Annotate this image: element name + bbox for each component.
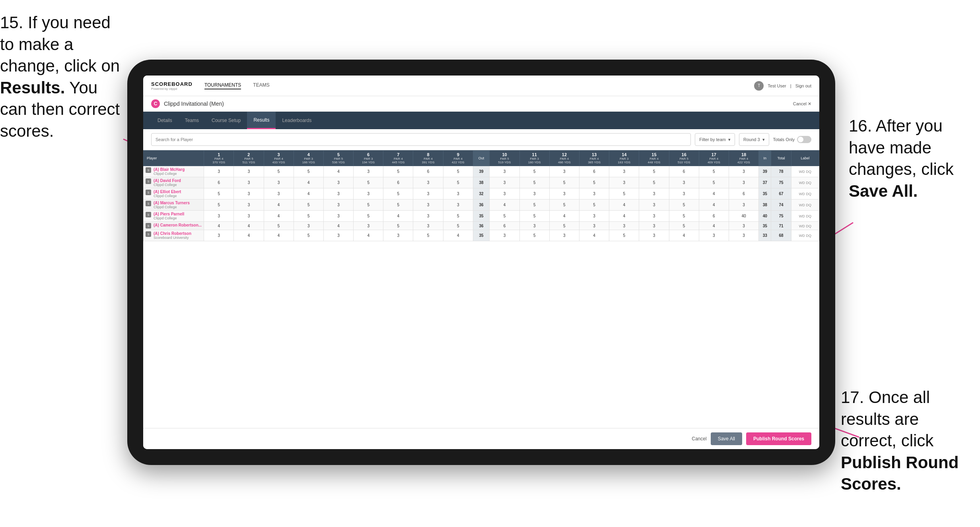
hole-12-score[interactable]: 5 (549, 200, 579, 211)
hole-12-score[interactable]: 3 (549, 166, 579, 177)
hole-9-score[interactable]: 5 (443, 177, 473, 188)
publish-round-scores-button[interactable]: Publish Round Scores (746, 432, 811, 445)
hole-17-score[interactable]: 4 (699, 200, 729, 211)
hole-17-score[interactable]: 4 (699, 222, 729, 230)
hole-6-score[interactable]: 5 (354, 177, 383, 188)
hole-2-score[interactable]: 3 (234, 200, 264, 211)
hole-4-score[interactable]: 5 (294, 211, 323, 222)
hole-18-score[interactable]: 3 (729, 166, 758, 177)
hole-5-score[interactable]: 3 (323, 200, 353, 211)
hole-3-score[interactable]: 5 (264, 166, 294, 177)
hole-12-score[interactable]: 3 (549, 188, 579, 200)
hole-9-score[interactable]: 5 (443, 211, 473, 222)
dq-label[interactable]: DQ (806, 170, 811, 174)
nav-teams[interactable]: TEAMS (253, 82, 269, 89)
hole-16-score[interactable]: 5 (669, 200, 699, 211)
hole-18-score[interactable]: 3 (729, 177, 758, 188)
hole-1-score[interactable]: 5 (204, 188, 234, 200)
hole-13-score[interactable]: 6 (579, 166, 609, 177)
hole-13-score[interactable]: 4 (579, 230, 609, 241)
hole-15-score[interactable]: 3 (639, 222, 669, 230)
hole-9-score[interactable]: 3 (443, 188, 473, 200)
hole-2-score[interactable]: 3 (234, 188, 264, 200)
cancel-button-footer[interactable]: Cancel (692, 436, 706, 442)
hole-17-score[interactable]: 4 (699, 188, 729, 200)
dq-label[interactable]: DQ (806, 214, 811, 218)
hole-8-score[interactable]: 3 (413, 188, 443, 200)
hole-8-score[interactable]: 3 (413, 211, 443, 222)
hole-3-score[interactable]: 3 (264, 188, 294, 200)
wd-label[interactable]: WD (799, 170, 805, 174)
hole-13-score[interactable]: 5 (579, 200, 609, 211)
hole-16-score[interactable]: 5 (669, 211, 699, 222)
hole-10-score[interactable]: 5 (490, 211, 519, 222)
hole-2-score[interactable]: 3 (234, 166, 264, 177)
wd-label[interactable]: WD (799, 234, 805, 238)
hole-17-score[interactable]: 6 (699, 211, 729, 222)
nav-tournaments[interactable]: TOURNAMENTS (204, 82, 241, 89)
hole-6-score[interactable]: 3 (354, 166, 383, 177)
totals-only-toggle[interactable] (797, 136, 811, 143)
tab-teams[interactable]: Teams (179, 112, 205, 129)
hole-8-score[interactable]: 3 (413, 177, 443, 188)
hole-4-score[interactable]: 4 (294, 177, 323, 188)
save-all-button[interactable]: Save All (711, 432, 742, 445)
hole-16-score[interactable]: 4 (669, 230, 699, 241)
hole-8-score[interactable]: 5 (413, 230, 443, 241)
wd-label[interactable]: WD (799, 224, 805, 228)
hole-14-score[interactable]: 5 (609, 188, 639, 200)
hole-14-score[interactable]: 4 (609, 200, 639, 211)
hole-5-score[interactable]: 4 (323, 166, 353, 177)
hole-14-score[interactable]: 4 (609, 211, 639, 222)
dq-label[interactable]: DQ (806, 203, 811, 207)
wd-label[interactable]: WD (799, 214, 805, 218)
tab-results[interactable]: Results (247, 112, 276, 129)
hole-3-score[interactable]: 4 (264, 200, 294, 211)
hole-15-score[interactable]: 3 (639, 230, 669, 241)
hole-2-score[interactable]: 4 (234, 222, 264, 230)
hole-9-score[interactable]: 5 (443, 222, 473, 230)
hole-10-score[interactable]: 3 (490, 230, 519, 241)
hole-1-score[interactable]: 3 (204, 230, 234, 241)
sign-out[interactable]: Sign out (795, 83, 811, 88)
hole-18-score[interactable]: 6 (729, 188, 758, 200)
tab-details[interactable]: Details (151, 112, 179, 129)
hole-6-score[interactable]: 5 (354, 211, 383, 222)
scores-container[interactable]: Player 1PAR 4370 YDS 2PAR 5511 YDS 3PAR … (143, 150, 819, 428)
filter-by-team-dropdown[interactable]: Filter by team ▾ (695, 133, 735, 146)
dq-label[interactable]: DQ (806, 224, 811, 228)
hole-4-score[interactable]: 5 (294, 230, 323, 241)
hole-1-score[interactable]: 3 (204, 166, 234, 177)
hole-17-score[interactable]: 3 (699, 230, 729, 241)
wd-label[interactable]: WD (799, 192, 805, 196)
hole-10-score[interactable]: 3 (490, 177, 519, 188)
hole-8-score[interactable]: 3 (413, 200, 443, 211)
hole-7-score[interactable]: 4 (383, 211, 413, 222)
round-dropdown[interactable]: Round 3 ▾ (739, 133, 769, 146)
hole-14-score[interactable]: 3 (609, 222, 639, 230)
tab-leaderboards[interactable]: Leaderboards (276, 112, 318, 129)
hole-9-score[interactable]: 3 (443, 200, 473, 211)
hole-3-score[interactable]: 5 (264, 222, 294, 230)
hole-12-score[interactable]: 5 (549, 177, 579, 188)
wd-label[interactable]: WD (799, 181, 805, 185)
hole-2-score[interactable]: 3 (234, 177, 264, 188)
search-input[interactable] (151, 133, 691, 146)
hole-11-score[interactable]: 5 (519, 230, 549, 241)
tab-course-setup[interactable]: Course Setup (205, 112, 247, 129)
hole-7-score[interactable]: 5 (383, 166, 413, 177)
cancel-button-top[interactable]: Cancel ✕ (793, 101, 811, 107)
hole-12-score[interactable]: 3 (549, 230, 579, 241)
hole-3-score[interactable]: 4 (264, 230, 294, 241)
dq-label[interactable]: DQ (806, 181, 811, 185)
hole-7-score[interactable]: 3 (383, 230, 413, 241)
hole-11-score[interactable]: 5 (519, 177, 549, 188)
hole-14-score[interactable]: 3 (609, 166, 639, 177)
hole-5-score[interactable]: 3 (323, 188, 353, 200)
hole-10-score[interactable]: 4 (490, 200, 519, 211)
hole-15-score[interactable]: 3 (639, 188, 669, 200)
hole-14-score[interactable]: 5 (609, 230, 639, 241)
hole-1-score[interactable]: 3 (204, 211, 234, 222)
hole-11-score[interactable]: 5 (519, 200, 549, 211)
hole-2-score[interactable]: 4 (234, 230, 264, 241)
